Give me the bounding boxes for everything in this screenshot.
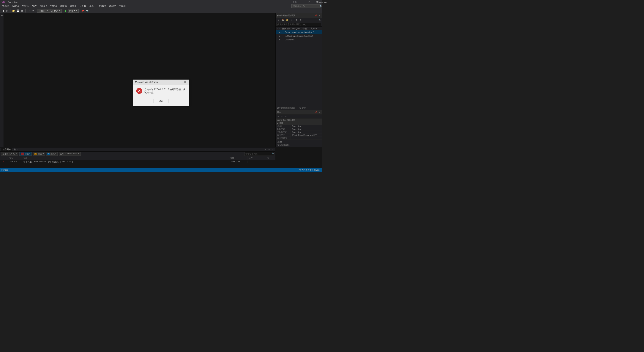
title-bar-title: Demo_two — [8, 1, 18, 3]
title-right: 登录 ─ □ ✕ — [292, 0, 320, 4]
minimize-button[interactable]: ─ — [298, 0, 306, 4]
menu-build[interactable]: 生成(B) — [48, 4, 58, 8]
sep2 — [25, 9, 26, 12]
dialog: Microsoft Visual Studio ✕ ✕ 已失去对 127.0.0… — [133, 79, 189, 106]
save-all-btn[interactable]: 🗂 — [20, 9, 24, 13]
vs-logo: VS — [2, 0, 5, 3]
menu-tools[interactable]: 工具(T) — [88, 4, 98, 8]
dialog-title: Microsoft Visual Studio — [135, 81, 158, 83]
dialog-ok-button[interactable]: 确定 — [154, 99, 168, 103]
restore-button[interactable]: □ — [306, 0, 313, 4]
menu-view[interactable]: 视图(V) — [20, 4, 30, 8]
dialog-message: 已失去对 127.0.0.1:8116 的网络连接。调试将中止。 — [144, 88, 186, 94]
sep4 — [62, 9, 63, 12]
search-input[interactable] — [292, 5, 320, 7]
toolbar: ◀ ▶ 📁 💾 🗂 ↩ ↪ Release ▼ ARM64 ▼ ▶ 设备▼ ▼ … — [0, 8, 322, 13]
title-bar-left: VS Demo_two — [2, 0, 18, 3]
start-btn[interactable]: ▶ — [64, 9, 68, 13]
title-center: Demo_two — [317, 1, 322, 3]
login-text[interactable]: 登录 — [292, 0, 297, 3]
menu-help[interactable]: 帮助(H) — [118, 4, 128, 8]
open-btn[interactable]: 📁 — [11, 9, 16, 13]
dialog-error-icon: ✕ — [136, 88, 142, 94]
device-dropdown[interactable]: 设备▼ ▼ — [68, 9, 79, 13]
dialog-close-btn[interactable]: ✕ — [183, 80, 187, 84]
sep5 — [80, 9, 80, 12]
sep3 — [36, 9, 36, 12]
sep1 — [10, 9, 10, 12]
config-chevron: ▼ — [46, 10, 48, 12]
dialog-footer: 确定 — [133, 97, 189, 106]
menu-git[interactable]: Git(G) — [30, 4, 38, 8]
menu-analyze[interactable]: 分析(N) — [78, 4, 88, 8]
platform-dropdown[interactable]: ARM64 ▼ — [50, 9, 62, 13]
main-area: ◀ 解决方案资源管理器 📌 ✕ ↺ 🏠 📁 ▼ ⚙ ⟳ ─ — [0, 13, 322, 172]
redo-btn[interactable]: ↪ — [31, 9, 35, 13]
platform-chevron: ▼ — [59, 10, 61, 12]
menu-window[interactable]: 窗口(W) — [108, 4, 118, 8]
menu-file[interactable]: 文件(F) — [1, 4, 10, 8]
title-bar: VS Demo_two Demo_two 登录 ─ □ ✕ — [0, 0, 322, 4]
camera-btn[interactable]: 📷 — [85, 9, 89, 13]
dialog-body: ✕ 已失去对 127.0.0.1:8116 的网络连接。调试将中止。 — [133, 85, 189, 97]
back-btn[interactable]: ◀ — [1, 9, 5, 13]
forward-btn[interactable]: ▶ — [5, 9, 9, 13]
menu-test[interactable]: 测试(S) — [68, 4, 78, 8]
pin-btn[interactable]: 📌 — [81, 9, 85, 13]
dialog-titlebar: Microsoft Visual Studio ✕ — [133, 80, 189, 85]
menu-edit[interactable]: 编辑(E) — [10, 4, 20, 8]
search-icon[interactable]: 🔍 — [320, 4, 322, 8]
device-chevron: ▼ — [76, 10, 78, 12]
menu-extensions[interactable]: 扩展(X) — [98, 4, 108, 8]
menu-project[interactable]: 项目(P) — [38, 4, 48, 8]
search-area[interactable]: 🔍 — [292, 4, 321, 8]
menu-debug[interactable]: 调试(D) — [58, 4, 68, 8]
menu-bar: 文件(F) 编辑(E) 视图(V) Git(G) 项目(P) 生成(B) 调试(… — [0, 4, 322, 8]
save-btn[interactable]: 💾 — [16, 9, 20, 13]
dialog-overlay: Microsoft Visual Studio ✕ ✕ 已失去对 127.0.0… — [0, 13, 322, 172]
undo-btn[interactable]: ↩ — [26, 9, 30, 13]
config-dropdown[interactable]: Release ▼ — [37, 9, 50, 13]
